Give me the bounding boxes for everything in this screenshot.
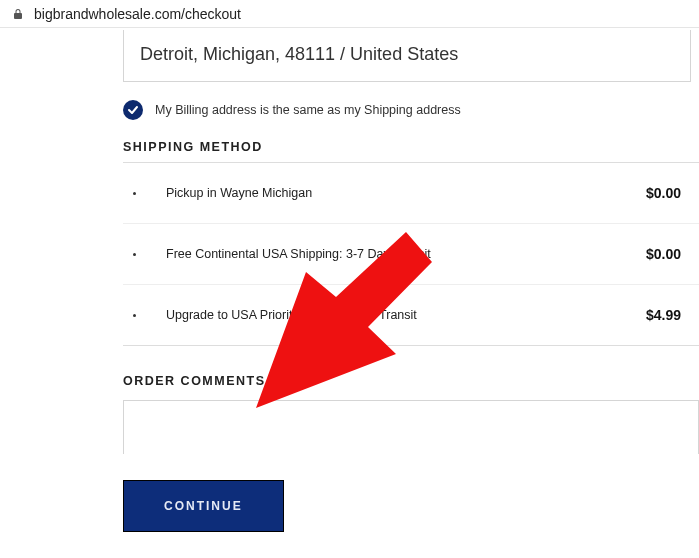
checkmark-icon	[123, 100, 143, 120]
shipping-options-list: Pickup in Wayne Michigan $0.00 Free Cont…	[123, 162, 699, 346]
billing-same-label: My Billing address is the same as my Shi…	[155, 103, 461, 117]
address-box: Detroit, Michigan, 48111 / United States	[123, 30, 691, 82]
shipping-option-price: $0.00	[646, 185, 699, 201]
lock-icon	[12, 8, 24, 20]
shipping-option-price: $0.00	[646, 246, 699, 262]
shipping-method-heading: SHIPPING METHOD	[123, 140, 699, 154]
order-comments-input[interactable]	[123, 400, 699, 454]
shipping-option-label: Pickup in Wayne Michigan	[166, 186, 646, 200]
url-text[interactable]: bigbrandwholesale.com/checkout	[34, 6, 687, 22]
continue-button[interactable]: CONTINUE	[123, 480, 284, 532]
shipping-option-label: Free Continental USA Shipping: 3-7 Day T…	[166, 247, 646, 261]
shipping-option-price: $4.99	[646, 307, 699, 323]
shipping-option-label: Upgrade to USA Priority Mail: 2-3 Day Tr…	[166, 308, 646, 322]
shipping-option[interactable]: Upgrade to USA Priority Mail: 2-3 Day Tr…	[123, 284, 699, 345]
shipping-option[interactable]: Pickup in Wayne Michigan $0.00	[123, 163, 699, 223]
shipping-option[interactable]: Free Continental USA Shipping: 3-7 Day T…	[123, 223, 699, 284]
order-comments-heading: ORDER COMMENTS	[123, 374, 699, 388]
radio-icon	[133, 253, 136, 256]
billing-same-row[interactable]: My Billing address is the same as my Shi…	[123, 100, 699, 120]
radio-icon	[133, 314, 136, 317]
url-bar: bigbrandwholesale.com/checkout	[0, 0, 699, 28]
address-line: Detroit, Michigan, 48111 / United States	[140, 44, 674, 65]
radio-icon	[133, 192, 136, 195]
